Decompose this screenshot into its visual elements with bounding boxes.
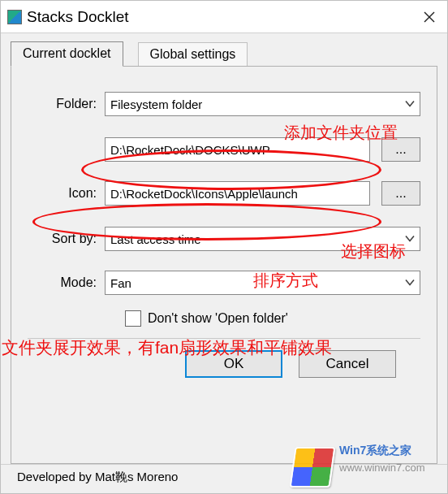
browse-folder-button[interactable]: ... (381, 137, 420, 162)
browse-icon-button[interactable]: ... (381, 181, 420, 206)
row-icon: Icon: D:\RocketDock\Icons\Apple\launch .… (28, 180, 420, 206)
titlebar: Stacks Docklet (1, 1, 447, 33)
window-title: Stacks Docklet (27, 8, 411, 26)
row-folder-path: D:\RocketDock\DOCKS\UWP ... (28, 136, 420, 162)
separator (28, 338, 420, 339)
combo-folder-type[interactable]: Filesystem folder (105, 92, 420, 116)
tab-global-settings[interactable]: Global settings (138, 42, 248, 67)
label-folder: Folder: (28, 97, 105, 111)
combo-folder-type-value: Filesystem folder (110, 98, 202, 111)
developed-by-text: Developed by Mat鞔s Moreno (17, 470, 178, 483)
row-sortby: Sort by: Last access time (28, 226, 420, 252)
combo-mode[interactable]: Fan (105, 271, 420, 295)
combo-sortby-value: Last access time (110, 232, 201, 246)
cancel-button[interactable]: Cancel (299, 350, 396, 378)
dialog-buttons: OK Cancel (28, 350, 420, 378)
input-folder-path-value: D:\RocketDock\DOCKS\UWP (110, 143, 270, 157)
tabstrip: Current docklet Global settings (1, 38, 447, 66)
chevron-down-icon (405, 98, 415, 111)
input-icon-path[interactable]: D:\RocketDock\Icons\Apple\launch (105, 181, 370, 206)
row-folder-type: Folder: Filesystem folder (28, 91, 420, 117)
ok-button[interactable]: OK (185, 350, 282, 378)
window-root: Stacks Docklet Current docklet Global se… (0, 0, 448, 494)
label-icon: Icon: (28, 186, 105, 201)
settings-panel: Folder: Filesystem folder D:\RocketDock\… (11, 66, 437, 464)
close-button[interactable] (411, 1, 447, 32)
label-mode: Mode: (28, 275, 105, 290)
label-sortby: Sort by: (28, 232, 105, 246)
tab-current-docklet[interactable]: Current docklet (11, 41, 123, 67)
app-icon (7, 10, 22, 24)
row-mode: Mode: Fan (28, 270, 420, 296)
chevron-down-icon (405, 276, 415, 290)
chevron-down-icon (405, 232, 415, 246)
input-folder-path[interactable]: D:\RocketDock\DOCKS\UWP (105, 137, 370, 162)
checkbox-dont-show-open-folder[interactable] (125, 310, 141, 327)
row-dont-show-open-folder: Don't show 'Open folder' (125, 310, 420, 327)
input-icon-path-value: D:\RocketDock\Icons\Apple\launch (110, 187, 298, 201)
close-icon (424, 11, 435, 23)
combo-sortby[interactable]: Last access time (105, 227, 420, 251)
checkbox-label: Don't show 'Open folder' (148, 311, 288, 326)
footer: Developed by Mat鞔s Moreno (1, 464, 447, 493)
combo-mode-value: Fan (110, 276, 131, 290)
